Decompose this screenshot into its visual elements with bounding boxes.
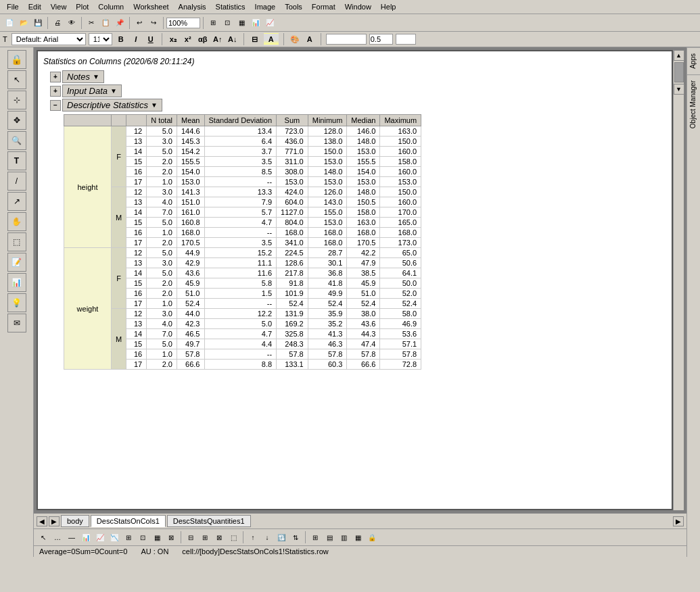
tool1-icon[interactable]: ⊞ bbox=[206, 16, 220, 30]
zoom-tool-icon[interactable]: 🔍 bbox=[7, 131, 26, 150]
bt-icon23[interactable]: 🔒 bbox=[365, 531, 379, 544]
menu-help[interactable]: Help bbox=[377, 1, 400, 12]
vertical-scrollbar[interactable]: ▲ ▼ bbox=[673, 50, 684, 510]
bg-color-btn[interactable]: 🎨 bbox=[289, 33, 301, 45]
bt-icon17[interactable]: 🔃 bbox=[275, 531, 288, 544]
desc-stats-label[interactable]: Descriptive Statistics ▼ bbox=[62, 99, 162, 112]
bt-icon15[interactable]: ↑ bbox=[246, 531, 260, 544]
menu-window[interactable]: Window bbox=[341, 1, 375, 12]
menu-column[interactable]: Column bbox=[94, 1, 128, 12]
graph-icon[interactable]: 📊 bbox=[7, 273, 26, 292]
tab-scroll-right[interactable]: ▶ bbox=[673, 516, 684, 526]
select-icon[interactable]: ⊹ bbox=[7, 91, 26, 109]
bt-icon4[interactable]: 📊 bbox=[79, 531, 93, 544]
bt-icon13[interactable]: ⊠ bbox=[212, 531, 226, 544]
bt-icon10[interactable]: ⊠ bbox=[164, 531, 178, 544]
bold-button[interactable]: B bbox=[115, 33, 127, 45]
scroll-down-arrow[interactable]: ▼ bbox=[674, 84, 684, 95]
cut-icon[interactable]: ✂ bbox=[85, 16, 98, 30]
menu-tools[interactable]: Tools bbox=[281, 1, 306, 12]
bt-icon8[interactable]: ⊡ bbox=[136, 531, 149, 544]
menu-plot[interactable]: Plot bbox=[72, 1, 93, 12]
notes-expander[interactable]: + bbox=[50, 72, 61, 82]
italic-button[interactable]: I bbox=[130, 33, 142, 45]
tool4-icon[interactable]: 📊 bbox=[249, 16, 262, 30]
menu-file[interactable]: File bbox=[3, 1, 23, 12]
bt-icon3[interactable]: — bbox=[65, 531, 78, 544]
tool2-icon[interactable]: ⊡ bbox=[220, 16, 234, 30]
object-manager-label[interactable]: Object Manager bbox=[687, 74, 700, 134]
print-icon[interactable]: 🖨 bbox=[51, 16, 64, 30]
bt-icon9[interactable]: ▦ bbox=[150, 531, 164, 544]
menu-worksheet[interactable]: Worksheet bbox=[129, 1, 172, 12]
scroll-thumb[interactable] bbox=[674, 62, 684, 82]
bt-icon1[interactable]: ↖ bbox=[37, 531, 50, 544]
menu-edit[interactable]: Edit bbox=[24, 1, 45, 12]
tool3-icon[interactable]: ▦ bbox=[235, 16, 248, 30]
input-dropdown-arrow[interactable]: ▼ bbox=[110, 87, 117, 95]
font-size-inc[interactable]: A↑ bbox=[212, 33, 224, 45]
menu-view[interactable]: View bbox=[47, 1, 71, 12]
bt-icon6[interactable]: 📉 bbox=[108, 531, 121, 544]
bt-icon2[interactable]: … bbox=[51, 531, 64, 544]
menu-image[interactable]: Image bbox=[251, 1, 280, 12]
undo-icon[interactable]: ↩ bbox=[133, 16, 146, 30]
tool5-icon[interactable]: 📈 bbox=[263, 16, 277, 30]
text-color-btn[interactable]: A bbox=[304, 33, 316, 45]
preview-icon[interactable]: 👁 bbox=[65, 16, 78, 30]
draw-arrow-icon[interactable]: ↗ bbox=[7, 192, 26, 211]
menu-format[interactable]: Format bbox=[308, 1, 340, 12]
copy-icon[interactable]: 📋 bbox=[99, 16, 112, 30]
bt-icon12[interactable]: ⊞ bbox=[198, 531, 212, 544]
bt-icon11[interactable]: ⊟ bbox=[184, 531, 197, 544]
zoom-select[interactable]: 100% bbox=[166, 18, 200, 28]
annotation-icon[interactable]: 📝 bbox=[7, 253, 26, 272]
input-data-label[interactable]: Input Data ▼ bbox=[62, 84, 122, 97]
bt-icon20[interactable]: ▤ bbox=[323, 531, 336, 544]
line-style-btn[interactable] bbox=[326, 34, 367, 45]
bt-icon19[interactable]: ⊞ bbox=[308, 531, 322, 544]
font-select[interactable]: Default: Arial bbox=[11, 33, 86, 45]
scroll-right-btn[interactable]: ▶ bbox=[49, 516, 60, 526]
menu-analysis[interactable]: Analysis bbox=[174, 1, 210, 12]
hand-icon[interactable]: ✋ bbox=[7, 212, 26, 231]
tab-desc-quantities[interactable]: DescStatsQuantities1 bbox=[167, 515, 251, 527]
text-icon[interactable]: T bbox=[7, 151, 26, 170]
bt-icon22[interactable]: ▦ bbox=[351, 531, 365, 544]
bt-icon18[interactable]: ⇅ bbox=[289, 531, 302, 544]
line-width-select[interactable]: 0.5 bbox=[369, 34, 393, 45]
font-size-dec[interactable]: A↓ bbox=[227, 33, 239, 45]
arrow-icon[interactable]: ↖ bbox=[7, 70, 26, 89]
tab-desc-stats[interactable]: DescStatsOnCols1 bbox=[91, 515, 166, 527]
underline-button[interactable]: U bbox=[145, 33, 157, 45]
region-icon[interactable]: ⬚ bbox=[7, 232, 26, 251]
apps-label[interactable]: Apps bbox=[687, 47, 700, 74]
open-icon[interactable]: 📂 bbox=[17, 16, 30, 30]
move-icon[interactable]: ✥ bbox=[7, 111, 26, 130]
desc-stats-expander[interactable]: − bbox=[50, 100, 61, 111]
save-icon[interactable]: 💾 bbox=[31, 16, 45, 30]
scroll-up-arrow[interactable]: ▲ bbox=[674, 50, 684, 61]
draw-line-icon[interactable]: / bbox=[7, 172, 26, 191]
subscript-btn[interactable]: x₂ bbox=[167, 33, 179, 45]
smart-hint-icon[interactable]: 💡 bbox=[7, 293, 26, 312]
notes-label[interactable]: Notes ▼ bbox=[62, 70, 104, 83]
menu-statistics[interactable]: Statistics bbox=[212, 1, 250, 12]
fill-color-btn[interactable]: A bbox=[264, 33, 279, 45]
bt-icon21[interactable]: ▥ bbox=[337, 531, 350, 544]
superscript-btn[interactable]: x² bbox=[182, 33, 194, 45]
border-btn[interactable]: ⊟ bbox=[249, 33, 261, 45]
bt-icon16[interactable]: ↓ bbox=[260, 531, 274, 544]
paste-icon[interactable]: 📌 bbox=[113, 16, 126, 30]
bt-icon14[interactable]: ⬚ bbox=[227, 531, 240, 544]
notes-dropdown-arrow[interactable]: ▼ bbox=[93, 73, 99, 80]
scroll-left-btn[interactable]: ◀ bbox=[37, 516, 47, 526]
bt-icon7[interactable]: ⊞ bbox=[122, 531, 135, 544]
font-size-select[interactable]: 11 bbox=[89, 33, 112, 45]
lock-icon[interactable]: 🔒 bbox=[7, 50, 26, 69]
desc-dropdown-arrow[interactable]: ▼ bbox=[151, 101, 158, 109]
line-color-btn[interactable] bbox=[396, 34, 416, 45]
redo-icon[interactable]: ↪ bbox=[147, 16, 160, 30]
input-data-expander[interactable]: + bbox=[50, 86, 61, 97]
new-icon[interactable]: 📄 bbox=[3, 16, 16, 30]
